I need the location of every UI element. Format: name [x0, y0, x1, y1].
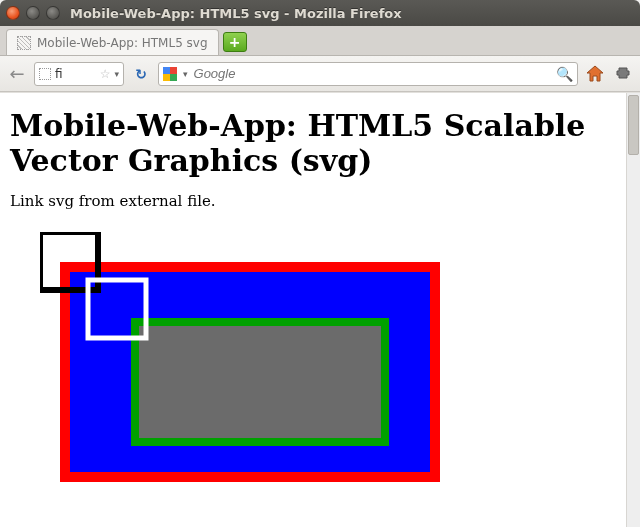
window-titlebar[interactable]: Mobile-Web-App: HTML5 svg - Mozilla Fire…: [0, 0, 640, 26]
page-paragraph: Link svg from external file.: [10, 192, 630, 210]
page-favicon-icon: [39, 68, 51, 80]
back-arrow-icon: ←: [9, 63, 24, 84]
url-text: fi: [55, 67, 96, 81]
search-input[interactable]: [194, 66, 550, 81]
plus-icon: +: [229, 34, 241, 50]
window-close-button[interactable]: [6, 6, 20, 20]
back-button[interactable]: ←: [6, 63, 28, 85]
reload-icon: ↻: [135, 66, 147, 82]
home-button[interactable]: [584, 63, 606, 85]
window-maximize-button[interactable]: [46, 6, 60, 20]
url-bar[interactable]: fi ☆ ▾: [34, 62, 124, 86]
search-submit-icon[interactable]: 🔍: [556, 66, 573, 82]
vertical-scrollbar[interactable]: [626, 93, 640, 527]
tab-favicon-icon: [17, 36, 31, 50]
svg-graphic: [40, 232, 460, 482]
url-dropdown-icon[interactable]: ▾: [114, 69, 119, 79]
search-engine-dropdown-icon[interactable]: ▾: [183, 69, 188, 79]
page-heading: Mobile-Web-App: HTML5 Scalable Vector Gr…: [10, 109, 630, 178]
page-viewport: Mobile-Web-App: HTML5 Scalable Vector Gr…: [0, 92, 640, 527]
svg-rect-3: [170, 74, 177, 81]
svg-rect-1: [170, 67, 177, 74]
svg-rect-0: [163, 67, 170, 74]
plugin-button[interactable]: [612, 63, 634, 85]
svg-rect-gray: [135, 322, 385, 442]
browser-tab-active[interactable]: Mobile-Web-App: HTML5 svg: [6, 29, 219, 55]
navigation-toolbar: ← fi ☆ ▾ ↻ ▾ 🔍: [0, 56, 640, 92]
tab-label: Mobile-Web-App: HTML5 svg: [37, 36, 208, 50]
window-minimize-button[interactable]: [26, 6, 40, 20]
svg-marker-4: [587, 66, 603, 81]
new-tab-button[interactable]: +: [223, 32, 247, 52]
svg-rect-2: [163, 74, 170, 81]
bookmark-star-icon[interactable]: ☆: [100, 67, 111, 81]
browser-window: Mobile-Web-App: HTML5 svg - Mozilla Fire…: [0, 0, 640, 527]
page-body: Mobile-Web-App: HTML5 Scalable Vector Gr…: [0, 93, 640, 492]
scrollbar-thumb[interactable]: [628, 95, 639, 155]
home-icon: [585, 64, 605, 84]
plugin-icon: [614, 65, 632, 83]
window-title: Mobile-Web-App: HTML5 svg - Mozilla Fire…: [70, 6, 402, 21]
tab-strip: Mobile-Web-App: HTML5 svg +: [0, 26, 640, 56]
search-bar[interactable]: ▾ 🔍: [158, 62, 578, 86]
reload-button[interactable]: ↻: [130, 63, 152, 85]
google-engine-icon[interactable]: [163, 67, 177, 81]
